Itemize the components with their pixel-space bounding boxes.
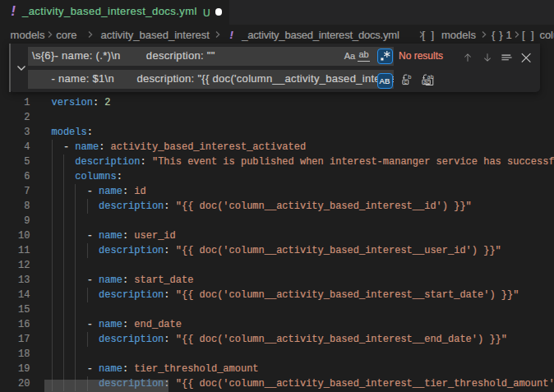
svg-text:ac: ac [423, 79, 430, 85]
svg-text:b: b [408, 73, 411, 81]
svg-text:c: c [404, 79, 408, 85]
